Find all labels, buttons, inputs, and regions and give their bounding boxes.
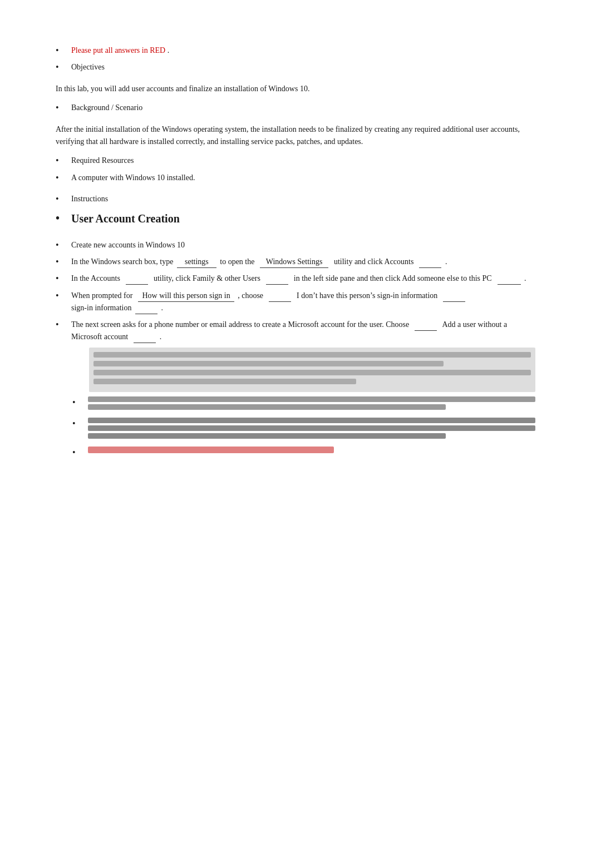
step1-item: • In the Windows search box, type settin…: [56, 256, 535, 268]
step1-blank2: Windows Settings: [260, 256, 328, 268]
background-label: Background / Scenario: [71, 102, 142, 113]
bullet-dot-6: •: [56, 193, 67, 205]
bullet-dot-b3: •: [72, 447, 83, 459]
create-accounts-item: • Create new accounts in Windows 10: [56, 239, 535, 251]
red-instruction-item: • Please put all answers in RED .: [56, 44, 535, 57]
step2-blank: [126, 272, 148, 285]
blurred-line-5: [88, 396, 535, 402]
blurred-text-3: [88, 447, 535, 457]
step2-blank3: [498, 272, 521, 285]
bullet-dot-b2: •: [72, 418, 83, 430]
bullet-dot-b1: •: [72, 396, 83, 409]
bullet-dot-2: •: [56, 61, 67, 73]
blurred-text-2: [88, 418, 535, 442]
bullet-dot-8: •: [56, 239, 67, 251]
step1-blank: settings: [177, 256, 216, 268]
step3-item: • When prompted for How will this person…: [56, 290, 535, 314]
step2-blank2: [266, 272, 288, 285]
step1-blank3: [419, 256, 441, 268]
user-account-creation-item: • User Account Creation: [56, 210, 535, 230]
blurred-item-1: •: [72, 396, 535, 413]
blurred-content-block: • • •: [72, 348, 535, 459]
required-resources-label: Required Resources: [71, 155, 134, 166]
step3-text: When prompted for How will this person s…: [71, 290, 467, 314]
bullet-dot-11: •: [56, 290, 67, 302]
bullet-dot-10: •: [56, 272, 67, 285]
instructions-label: Instructions: [71, 193, 108, 205]
bullet-dot-9: •: [56, 256, 67, 268]
blurred-line-8: [88, 425, 535, 431]
create-accounts-text: Create new accounts in Windows 10: [71, 239, 185, 251]
objectives-item: • Objectives: [56, 61, 535, 73]
required-resources-item: • Required Resources: [56, 155, 535, 167]
objectives-text: In this lab, you will add user accounts …: [56, 83, 535, 95]
step4-text: The next screen asks for a phone number …: [71, 319, 535, 343]
step3-blank3: [443, 290, 465, 302]
step3-blank2: [269, 290, 291, 302]
step2-item: • In the Accounts utility, click Family …: [56, 272, 535, 285]
step4-blank2: [134, 331, 156, 343]
blurred-line-1: [93, 352, 531, 358]
blurred-item-3: •: [72, 447, 535, 459]
step2-text: In the Accounts utility, click Family & …: [71, 272, 526, 285]
step4-item: • The next screen asks for a phone numbe…: [56, 319, 535, 343]
blurred-line-9: [88, 433, 446, 439]
bullet-dot-12: •: [56, 319, 67, 331]
user-account-heading: User Account Creation: [71, 210, 180, 227]
objectives-label: Objectives: [71, 61, 105, 73]
background-item: • Background / Scenario: [56, 102, 535, 114]
bullet-dot-4: •: [56, 155, 67, 167]
bullet-dot-3: •: [56, 102, 67, 114]
red-instruction-text: Please put all answers in RED .: [71, 44, 169, 56]
step1-text: In the Windows search box, type settings…: [71, 256, 447, 268]
blurred-item-2: •: [72, 418, 535, 442]
blurred-section-1: [89, 348, 535, 392]
blurred-line-7: [88, 418, 535, 423]
step3-blank4: [135, 302, 157, 314]
blurred-line-3: [93, 370, 531, 375]
blurred-line-2: [93, 361, 444, 366]
bullet-dot-5: •: [56, 172, 67, 184]
blurred-line-4: [93, 379, 356, 384]
step3-blank: How will this person sign in: [138, 290, 234, 302]
background-text: After the initial installation of the Wi…: [56, 123, 535, 148]
step4-blank: [415, 319, 437, 331]
computer-requirement-item: • A computer with Windows 10 installed.: [56, 172, 535, 184]
computer-requirement-text: A computer with Windows 10 installed.: [71, 172, 195, 183]
blurred-text-1: [88, 396, 535, 413]
instructions-item: • Instructions: [56, 193, 535, 205]
bullet-dot-7: •: [56, 210, 67, 226]
blurred-line-red: [88, 447, 334, 453]
bullet-dot-1: •: [56, 44, 67, 57]
blurred-line-6: [88, 404, 446, 410]
